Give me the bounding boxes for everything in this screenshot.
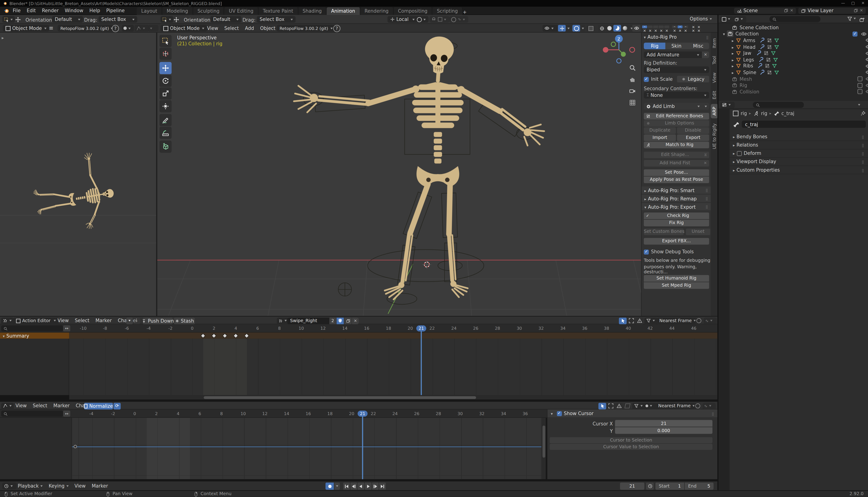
outliner-row-object[interactable]: Spine <box>725 69 868 76</box>
add-limb-button[interactable]: Add Limb <box>644 103 702 110</box>
blender-menu-icon[interactable] <box>3 8 9 13</box>
dope-markers-icon[interactable] <box>627 317 635 324</box>
outliner-row-object[interactable]: Legs <box>725 56 868 63</box>
tool-rotate[interactable] <box>159 75 172 87</box>
tool-transform[interactable] <box>159 100 172 112</box>
graph-editor-type-dropdown[interactable] <box>1 403 14 409</box>
check-rig-button[interactable]: ✓Check Rig <box>644 213 709 219</box>
action-users-count[interactable]: 2 <box>330 317 336 324</box>
dope-warning-icon[interactable] <box>635 317 643 324</box>
proportional-editing-dropdown[interactable]: ∿ <box>450 16 468 23</box>
new-action-icon[interactable] <box>344 317 351 324</box>
dope-falloff-dropdown[interactable]: ∿ <box>704 317 717 324</box>
rig-layer--[interactable]: ✕ <box>691 29 696 32</box>
arp-remap-panel-header[interactable]: Auto-Rig Pro: Remap⣿ <box>642 195 711 202</box>
properties-options-dropdown[interactable] <box>858 104 860 105</box>
main-viewport[interactable]: User Perspective (21) Collection | rig Z <box>157 33 641 316</box>
dopesheet-body[interactable] <box>0 339 717 395</box>
object-eye-icon[interactable] <box>865 63 868 69</box>
graph-menu-view[interactable]: View <box>15 403 27 408</box>
rig-layer--[interactable]: – <box>678 25 683 28</box>
pivot-point-dropdown[interactable] <box>415 16 429 23</box>
unset-button[interactable]: Unset <box>686 228 710 235</box>
outliner-search-field[interactable] <box>769 16 820 22</box>
collection-eye-icon[interactable] <box>865 89 868 95</box>
dopesheet-ruler[interactable]: ↔ -10-8-6-4-2024681012141618202224262830… <box>0 324 717 332</box>
rig-layer--[interactable]: ✕ <box>691 25 696 28</box>
graph-proportional-icon[interactable] <box>694 403 701 409</box>
new-scene-icon[interactable] <box>784 8 788 13</box>
show-overlays-toggle[interactable] <box>572 25 580 31</box>
camera-view-icon[interactable] <box>629 87 636 95</box>
rig-layer-cell[interactable] <box>670 29 671 29</box>
dope-key-area[interactable] <box>69 339 717 395</box>
active-tool-dropdown-2[interactable] <box>160 16 173 23</box>
npanel-tab-view[interactable]: View <box>711 70 718 86</box>
retopoflow-help-icon-left[interactable]: ? <box>112 25 119 32</box>
drag-dropdown-2[interactable]: Select Box <box>257 16 296 23</box>
tool-annotate[interactable] <box>159 114 172 126</box>
rig-layer--[interactable]: ✕ <box>642 29 647 32</box>
graph-select-cursor-icon[interactable] <box>599 403 606 409</box>
npanel-tab-item[interactable]: Item <box>711 36 718 51</box>
import-button[interactable]: Import <box>644 134 676 141</box>
dopesheet-summary-row[interactable]: Summary <box>0 332 717 339</box>
dope-snap-dropdown[interactable]: Nearest Frame <box>657 317 699 324</box>
panel-relations[interactable]: Relations⣿ <box>730 141 868 149</box>
dope-menu-select[interactable]: Select <box>75 317 89 323</box>
editmode-menu-icon[interactable]: ≡ <box>49 25 53 31</box>
menu-render[interactable]: Render <box>42 8 59 13</box>
dope-menu-marker[interactable]: Marker <box>96 317 112 323</box>
rig-layer-cell[interactable] <box>659 25 664 28</box>
dope-hscroll-thumb[interactable] <box>204 396 476 399</box>
rig-layer-cell[interactable] <box>648 25 653 28</box>
arp-layers-eye-icon[interactable] <box>632 25 640 31</box>
rig-layer--[interactable]: – <box>683 25 688 28</box>
close-icon[interactable]: ✕ <box>858 0 868 6</box>
graph-filter-toggle-icon[interactable]: ↔ <box>63 411 70 416</box>
set-custom-bones-button[interactable]: Set Custom Bones <box>644 228 684 235</box>
jump-to-end-button[interactable] <box>379 483 386 489</box>
jump-to-start-button[interactable] <box>343 483 350 489</box>
arp-panel-header[interactable]: Auto-Rig Pro ⣿ <box>644 34 709 40</box>
menu-help[interactable]: Help <box>89 8 100 13</box>
drag-dropdown[interactable]: Select Box <box>99 16 137 23</box>
push-down-button[interactable]: Push Down <box>143 317 173 324</box>
show-cursor-checkbox[interactable] <box>557 411 562 416</box>
breadcrumb-object[interactable]: rig <box>741 111 747 116</box>
shading-solid-icon[interactable] <box>606 25 613 31</box>
properties-search-field[interactable] <box>753 102 804 108</box>
dope-menu-view[interactable]: View <box>58 317 69 323</box>
object-eye-icon[interactable] <box>865 57 868 62</box>
preview-range-stopwatch-icon[interactable] <box>646 483 654 489</box>
move-channel-up-button[interactable] <box>134 317 140 324</box>
collection-eye-icon[interactable] <box>861 31 867 37</box>
minimize-icon[interactable]: — <box>838 0 848 6</box>
summary-keyframes[interactable] <box>199 333 252 338</box>
outliner-row-object[interactable]: Arms <box>725 37 868 44</box>
annotation-dropdown-left[interactable] <box>122 25 134 31</box>
collection-exclude-checkbox[interactable] <box>857 89 863 94</box>
shading-material-icon[interactable] <box>613 25 621 31</box>
normalize-toggle[interactable]: Normalize <box>84 403 113 409</box>
play-button[interactable] <box>365 483 372 489</box>
zoom-icon[interactable] <box>629 64 636 71</box>
rig-layer--[interactable]: – <box>642 25 647 28</box>
maximize-icon[interactable]: ▢ <box>848 0 858 6</box>
duplicate-button[interactable]: Duplicate <box>644 127 676 134</box>
tool-measure[interactable] <box>159 127 172 139</box>
retopoflow-help-icon[interactable]: ? <box>333 25 340 32</box>
arp-tab-skin[interactable]: Skin <box>666 43 688 49</box>
frame-start-field[interactable]: Start1 <box>655 483 684 489</box>
retopoflow-dropdown-left[interactable]: RetopoFlow 3.00.2 (git) <box>58 25 114 31</box>
properties-editor-dropdown[interactable] <box>720 101 735 108</box>
secondary-controllers-dropdown[interactable]: ⌶None <box>644 92 709 99</box>
frame-end-field[interactable]: End5 <box>685 483 714 489</box>
dope-filter-toggle-icon[interactable]: ↔ <box>63 325 70 331</box>
fake-user-shield-icon[interactable] <box>337 317 344 324</box>
rig-layer--[interactable]: ✕ <box>664 29 669 32</box>
cursor-value-to-selection-button[interactable]: Cursor Value to Selection <box>550 444 712 450</box>
match-to-rig-button[interactable]: Match to Rig <box>644 142 709 148</box>
graph-cursor-y-line[interactable] <box>72 446 541 447</box>
graph-curve-area[interactable] <box>72 418 541 479</box>
